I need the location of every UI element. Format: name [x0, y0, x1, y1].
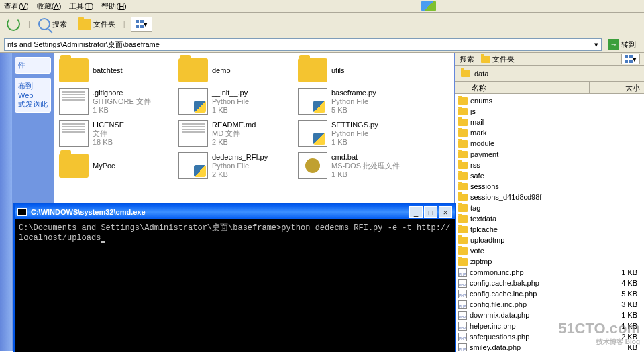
right-folders-button[interactable]: 文件夹	[481, 54, 515, 64]
file-name: MyPoc	[93, 162, 115, 170]
file-name: batchtest	[93, 66, 123, 75]
file-size: 1 KB	[331, 138, 378, 147]
side-item[interactable]: 件	[18, 60, 48, 70]
php-file-icon	[458, 343, 467, 351]
file-item[interactable]: LICENSE文件18 KB	[58, 119, 170, 148]
file-icon	[178, 120, 208, 147]
list-item[interactable]: enums	[458, 95, 641, 106]
file-icon	[59, 88, 89, 115]
file-item[interactable]: utils	[297, 57, 409, 84]
item-name: config.file.inc.php	[470, 300, 619, 308]
minimize-button[interactable]: _	[409, 206, 423, 218]
menu-help[interactable]: 帮助(H)	[101, 1, 126, 11]
list-item[interactable]: uploadtmp	[458, 235, 641, 245]
side-item[interactable]: 布到 Web	[18, 81, 48, 99]
list-item[interactable]: textdata	[458, 213, 641, 224]
php-file-icon	[458, 279, 467, 288]
list-item[interactable]: safe	[458, 170, 641, 181]
file-item[interactable]: cmd.batMS-DOS 批处理文件1 KB	[297, 151, 409, 180]
right-view-button[interactable]: ▾	[621, 54, 640, 64]
go-button[interactable]: →转到	[604, 38, 640, 50]
folder-icon	[458, 119, 468, 126]
file-item[interactable]: baseframe.pyPython File5 KB	[297, 86, 409, 116]
item-name: tplcache	[470, 225, 641, 233]
folder-icon	[458, 151, 468, 158]
item-name: tag	[470, 204, 641, 212]
menu-tools[interactable]: 工具(T)	[69, 1, 93, 11]
php-file-icon	[458, 268, 467, 277]
list-item[interactable]: tplcache	[458, 224, 641, 235]
file-size: 5 KB	[331, 106, 376, 115]
right-search-button[interactable]: 搜索	[460, 54, 474, 64]
item-name: sessions_d41d8cd98f	[470, 193, 641, 201]
file-item[interactable]: demo	[177, 57, 290, 84]
list-item[interactable]: sessions_d41d8cd98f	[458, 192, 641, 202]
list-item[interactable]: rss	[458, 160, 641, 170]
folder-icon	[59, 154, 89, 178]
file-item[interactable]: .gitignoreGITIGNORE 文件1 KB	[58, 86, 170, 116]
close-button[interactable]: ✕	[439, 206, 452, 218]
file-item[interactable]: SETTINGS.pyPython File1 KB	[297, 119, 409, 148]
list-item[interactable]: mark	[458, 127, 641, 138]
list-item[interactable]: config.file.inc.php3 KB	[458, 299, 641, 310]
list-item[interactable]: common.inc.php1 KB	[458, 267, 641, 278]
file-name: dedecms_RFI.py	[212, 153, 268, 162]
item-name: config.cache.bak.php	[470, 279, 619, 287]
address-path: nts and Settings\Administrator\桌面\basefr…	[7, 40, 160, 50]
folder-icon	[178, 58, 208, 82]
folder-icon	[458, 247, 468, 255]
list-item[interactable]: js	[458, 106, 641, 117]
list-item[interactable]: sessions	[458, 181, 641, 192]
list-item[interactable]: downmix.data.php1 KB	[458, 310, 641, 320]
folder-icon	[458, 162, 468, 169]
file-size: 2 KB	[212, 170, 268, 179]
list-item[interactable]: tag	[458, 202, 641, 213]
folder-icon	[458, 237, 468, 244]
menu-fav[interactable]: 收藏(A)	[37, 1, 62, 11]
folder-icon	[458, 129, 468, 137]
maximize-button[interactable]: □	[424, 206, 437, 218]
item-name: js	[470, 107, 641, 115]
menu-view[interactable]: 查看(V)	[4, 1, 29, 11]
item-name: ziptmp	[470, 257, 641, 266]
file-item[interactable]: MyPoc	[58, 151, 170, 180]
list-item[interactable]: payment	[458, 149, 641, 160]
side-item[interactable]: 式发送此	[18, 99, 48, 109]
right-panel: 搜索 文件夹 ▾ data 名称 大小 enumsjsmailmarkmodul…	[454, 53, 644, 351]
list-item[interactable]: config.cache.inc.php5 KB	[458, 288, 641, 299]
refresh-icon	[7, 17, 20, 31]
cmd-titlebar[interactable]: C:\WINDOWS\system32\cmd.exe _ □ ✕	[15, 204, 455, 219]
refresh-button[interactable]	[4, 16, 23, 32]
file-item[interactable]: __init__.pyPython File1 KB	[177, 86, 290, 116]
python-file-icon	[298, 88, 327, 115]
list-item[interactable]: config.cache.bak.php4 KB	[458, 278, 641, 288]
php-file-icon	[458, 311, 467, 320]
list-item[interactable]: ziptmp	[458, 256, 641, 267]
col-size[interactable]: 大小	[590, 82, 644, 93]
toolbar: | 搜索 文件夹 | ▾	[0, 13, 644, 36]
list-item[interactable]: mail	[458, 117, 641, 127]
php-file-icon	[458, 300, 467, 309]
cmd-body[interactable]: C:\Documents and Settings\Administrator\…	[15, 219, 455, 352]
menu-bar: 查看(V) 收藏(A) 工具(T) 帮助(H)	[0, 0, 644, 13]
list-item[interactable]: vote	[458, 245, 641, 256]
file-item[interactable]: dedecms_RFI.pyPython File2 KB	[177, 151, 290, 180]
cmd-window[interactable]: C:\WINDOWS\system32\cmd.exe _ □ ✕ C:\Doc…	[13, 203, 456, 352]
file-type: MD 文件	[212, 129, 256, 138]
file-item[interactable]: README.mdMD 文件2 KB	[177, 119, 290, 148]
view-mode-button[interactable]: ▾	[131, 17, 152, 32]
php-file-icon	[458, 290, 467, 298]
file-name: demo	[212, 66, 231, 75]
file-item[interactable]: batchtest	[58, 57, 170, 84]
dropdown-icon[interactable]: ▾	[594, 40, 598, 49]
search-icon	[38, 18, 50, 30]
file-type: MS-DOS 批处理文件	[331, 162, 400, 170]
folders-button[interactable]: 文件夹	[75, 17, 118, 31]
folder-icon	[458, 194, 468, 201]
file-name: baseframe.py	[331, 89, 376, 97]
cursor-icon	[101, 241, 105, 243]
list-item[interactable]: module	[458, 138, 641, 149]
address-input[interactable]: nts and Settings\Administrator\桌面\basefr…	[4, 38, 602, 51]
search-button[interactable]: 搜索	[36, 17, 70, 32]
col-name[interactable]: 名称	[455, 82, 590, 93]
